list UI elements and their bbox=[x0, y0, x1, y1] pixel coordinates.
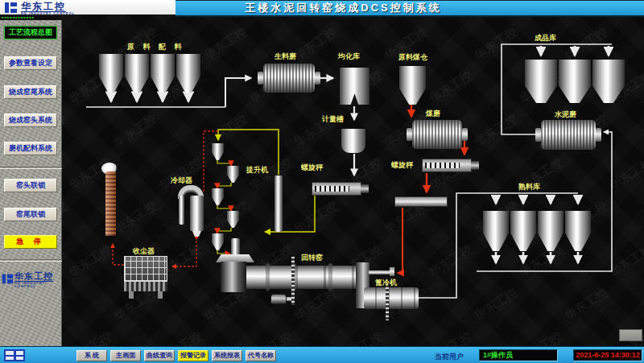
fuel-nozzle bbox=[390, 267, 394, 276]
taskbar-button-curve-query[interactable]: 曲线查询 bbox=[144, 350, 175, 361]
screw-scale-right bbox=[422, 159, 472, 172]
dust-collector-hopper bbox=[124, 282, 167, 291]
label-grate-cooler: 篦冷机 bbox=[375, 278, 397, 288]
measuring-tank bbox=[341, 126, 365, 153]
taskbar-button-main-screen[interactable]: 主画面 bbox=[110, 350, 141, 361]
grate-cooler bbox=[364, 287, 419, 309]
kiln-support-column bbox=[291, 257, 295, 305]
bucket-elevator bbox=[275, 175, 283, 232]
kiln-motor bbox=[270, 294, 287, 304]
sidebar-item-parameter-view-setting[interactable]: 参数查看设定 bbox=[4, 56, 57, 70]
label-raw-coal-bunker: 原料煤仓 bbox=[398, 52, 427, 63]
gas-cooler-tube bbox=[179, 196, 184, 225]
title-bar: 王楼水泥回转窑烧成DCS控制系统 bbox=[175, 0, 644, 17]
sidebar-item-kiln-tail-system[interactable]: 烧成窑尾系统 bbox=[4, 85, 57, 99]
logo-tagline: ■■■■■■■■■■■■ bbox=[0, 14, 50, 20]
label-screw-scale-right: 螺旋秤 bbox=[391, 160, 413, 171]
label-raw-mill: 生料磨 bbox=[275, 52, 296, 62]
sidebar-item-kiln-head-interlock[interactable]: 窑头联锁 bbox=[4, 179, 57, 192]
taskbar: 系 统 主画面 曲线查询 报警记录 系统报表 代号名称 当前用户 1#操作员 2… bbox=[0, 346, 644, 363]
sidebar-separator-1 bbox=[0, 167, 62, 169]
sidebar-item-mill-batching-system[interactable]: 磨机配料系统 bbox=[4, 142, 57, 155]
label-clinker-silo: 熟料库 bbox=[518, 182, 540, 192]
kiln-tyre-ring-1 bbox=[266, 263, 270, 291]
rotary-kiln bbox=[242, 266, 358, 289]
gas-cooler-body bbox=[190, 196, 204, 231]
dust-collector-leg-2 bbox=[158, 291, 163, 299]
company-logo-icon-small bbox=[2, 274, 12, 283]
sidebar-item-kiln-tail-interlock[interactable]: 窑尾联锁 bbox=[4, 208, 57, 221]
preheater-duct bbox=[231, 238, 240, 256]
chimney bbox=[105, 171, 116, 236]
label-rotary-kiln: 回转窑 bbox=[301, 253, 323, 263]
header-logo-area: 华东工控 HD INDUSTRY CONTROL bbox=[0, 0, 175, 14]
dust-collector-leg-1 bbox=[129, 291, 134, 299]
sidebar: 工艺流程总图 参数查看设定 烧成窑尾系统 烧成窑头系统 磨机配料系统 窑头联锁 … bbox=[0, 20, 62, 346]
corner-tile bbox=[619, 329, 642, 341]
cement-mill bbox=[541, 120, 596, 150]
rotary-feeder bbox=[394, 196, 448, 207]
taskbar-button-alarm-record[interactable]: 报警记录 bbox=[178, 350, 208, 361]
label-measuring-tank: 计量槽 bbox=[322, 114, 344, 125]
datetime-display: 2021-6-25 14:30:12 bbox=[573, 349, 642, 361]
emergency-stop-button[interactable]: 急 停 bbox=[4, 235, 57, 249]
footer-brand-sub: HD INDUSTRY CONTROL bbox=[14, 282, 61, 288]
current-user-value: 1#操作员 bbox=[479, 349, 558, 361]
taskbar-button-code-name[interactable]: 代号名称 bbox=[246, 350, 276, 361]
sidebar-item-kiln-head-system[interactable]: 烧成窑头系统 bbox=[4, 113, 57, 127]
raw-mill bbox=[263, 64, 315, 93]
window-icon[interactable] bbox=[4, 349, 25, 361]
dust-collector bbox=[124, 256, 167, 282]
cooler-support-column bbox=[386, 283, 389, 320]
sidebar-item-process-flow-overview[interactable]: 工艺流程总图 bbox=[4, 26, 57, 39]
sidebar-footer-logo: 华东工控 HD INDUSTRY CONTROL bbox=[2, 269, 61, 288]
kiln-tyre-ring-3 bbox=[328, 263, 332, 291]
taskbar-button-system[interactable]: 系 统 bbox=[76, 350, 107, 361]
label-screw-scale-left: 螺旋秤 bbox=[301, 163, 323, 173]
label-product-silo: 成品库 bbox=[535, 33, 556, 43]
sidebar-separator-2 bbox=[0, 259, 62, 262]
label-elevator: 提升机 bbox=[246, 165, 268, 175]
label-dust-collector: 收尘器 bbox=[133, 246, 155, 257]
coal-mill bbox=[412, 120, 462, 149]
dcs-screen: 华东工控HD INDUSTRY CONTROL华东工控HD INDUSTRY C… bbox=[0, 0, 644, 363]
label-cooler: 冷却器 bbox=[171, 175, 192, 186]
screw-scale-left bbox=[312, 182, 361, 196]
label-coal-mill: 煤磨 bbox=[426, 109, 440, 119]
current-user-label: 当前用户 bbox=[435, 352, 464, 362]
page-title: 王楼水泥回转窑烧成DCS控制系统 bbox=[245, 1, 441, 15]
kiln-motor-shaft bbox=[287, 297, 291, 301]
kiln-inlet-hood bbox=[221, 262, 246, 292]
label-homogenizing-silo: 均化库 bbox=[338, 52, 360, 62]
label-cement-mill: 水泥磨 bbox=[555, 109, 576, 120]
company-logo-icon bbox=[5, 2, 17, 13]
process-diagram: 华东工控HD INDUSTRY CONTROL华东工控HD INDUSTRY C… bbox=[0, 0, 644, 363]
taskbar-button-system-report[interactable]: 系统报表 bbox=[212, 350, 242, 361]
label-raw-batching: 原 料 配 料 bbox=[127, 42, 185, 52]
